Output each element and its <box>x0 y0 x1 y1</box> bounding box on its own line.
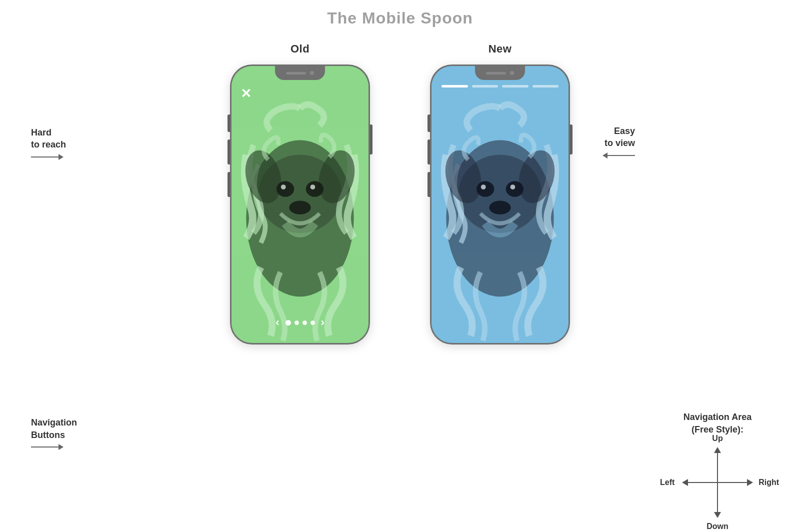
page-wrapper: The Mobile Spoon Hardto reach Navigation… <box>0 0 800 532</box>
close-button[interactable]: ✕ <box>240 87 252 100</box>
volume-up-button-new <box>428 140 430 164</box>
nav-dot-3[interactable] <box>302 320 307 325</box>
volume-down-button-new <box>428 172 430 197</box>
progress-bars <box>442 85 558 88</box>
svg-point-5 <box>276 181 294 196</box>
svg-point-18 <box>481 184 486 190</box>
svg-point-6 <box>306 181 324 196</box>
nav-diagram-title: Navigation Area(Free Style): <box>680 411 755 436</box>
nav-dot-2[interactable] <box>294 320 299 325</box>
power-button-new <box>570 124 572 154</box>
comparison-container: Old ✕ <box>0 42 800 344</box>
nav-dot-4[interactable] <box>310 320 315 325</box>
left-label: Left <box>660 478 674 487</box>
nav-buttons-annotation: NavigationButtons <box>31 416 77 450</box>
nav-diagram: Navigation Area(Free Style): Up Down Lef… <box>680 411 755 520</box>
phone-notch <box>275 66 325 80</box>
speaker-new <box>486 72 506 74</box>
nav-buttons-text: NavigationButtons <box>31 416 77 441</box>
nav-buttons-arrow <box>31 444 77 450</box>
page-title: The Mobile Spoon <box>0 0 800 28</box>
speaker <box>286 72 306 74</box>
volume-up-button <box>228 140 230 164</box>
volume-down-button <box>228 172 230 197</box>
mute-button <box>228 114 230 132</box>
right-label: Right <box>758 478 779 487</box>
arrow-up <box>714 447 721 453</box>
mute-button-new <box>428 114 430 132</box>
svg-point-19 <box>510 184 516 190</box>
svg-point-7 <box>281 184 286 190</box>
old-phone-label: Old <box>290 42 310 56</box>
camera <box>310 71 314 75</box>
progress-bar-1 <box>442 85 468 88</box>
arrow-left <box>682 479 688 486</box>
dog-image-old <box>232 80 368 343</box>
phone-notch-new <box>475 66 525 80</box>
arrow-down <box>714 512 721 518</box>
nav-bar: ‹ › <box>232 316 368 329</box>
progress-bar-4 <box>532 85 559 88</box>
new-phone-label: New <box>488 42 512 56</box>
next-arrow[interactable]: › <box>321 316 324 329</box>
new-phone-screen <box>432 66 568 343</box>
svg-point-16 <box>476 181 494 196</box>
svg-point-9 <box>289 200 310 214</box>
progress-bar-3 <box>502 85 528 88</box>
down-label: Down <box>706 522 728 531</box>
power-button <box>370 124 372 154</box>
prev-arrow[interactable]: ‹ <box>276 316 279 329</box>
nav-cross: Up Down Left Right <box>680 445 755 520</box>
main-layout: Hardto reach NavigationButtons Easyto vi… <box>0 42 800 532</box>
arrow-right <box>747 479 753 486</box>
svg-point-8 <box>310 184 316 190</box>
new-phone-frame <box>430 64 570 344</box>
nav-dots <box>286 320 315 326</box>
nav-dot-1[interactable] <box>286 320 291 326</box>
svg-point-20 <box>489 200 510 214</box>
up-label: Up <box>712 434 722 443</box>
new-phone-section: New <box>430 42 570 344</box>
camera-new <box>510 71 514 75</box>
old-phone-frame: ✕ <box>230 64 370 344</box>
cross-horizontal <box>687 482 748 483</box>
old-phone-screen: ✕ <box>232 66 368 343</box>
progress-bar-2 <box>472 85 498 88</box>
dog-image-new <box>432 80 568 343</box>
old-phone-section: Old ✕ <box>230 42 370 344</box>
svg-point-17 <box>506 181 524 196</box>
